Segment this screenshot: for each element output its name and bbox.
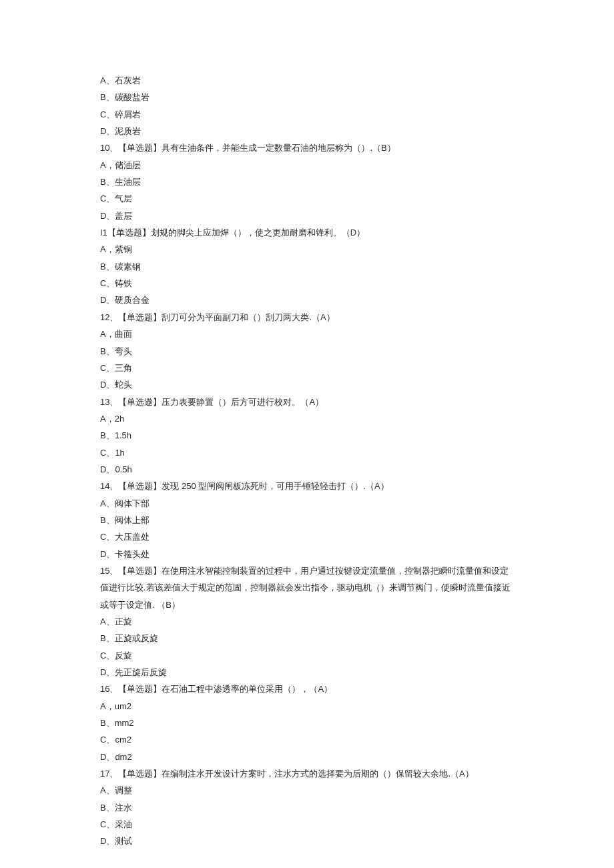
text-line: A，曲面	[100, 326, 514, 342]
text-line: C、三角	[100, 360, 514, 376]
text-line: A，紫铜	[100, 241, 514, 258]
text-line: D、泥质岩	[100, 123, 514, 139]
text-line: A，2h	[100, 410, 514, 427]
text-line: D、0.5h	[100, 461, 514, 478]
text-line: D、蛇头	[100, 376, 514, 393]
text-line: I1【单选题】划规的脚尖上应加焊（），使之更加耐磨和锋利。（D）	[100, 224, 514, 241]
text-line: D、测试	[100, 833, 514, 849]
text-line: B、弯头	[100, 343, 514, 360]
text-line: B、注水	[100, 799, 514, 816]
text-line: 12、【单选题】刮刀可分为平面副刀和（）刮刀两大类.（A）	[100, 309, 514, 326]
text-line: 14、【单选题】发现 250 型闸阀闸板冻死时，可用手锤轻轻击打（）.（A）	[100, 478, 514, 494]
text-line: C、铸铁	[100, 275, 514, 292]
text-line: D、硬质合金	[100, 292, 514, 308]
text-line: C、反旋	[100, 647, 514, 664]
text-line: B、mm2	[100, 715, 514, 731]
text-line: D、先正旋后反旋	[100, 664, 514, 681]
text-line: C、采油	[100, 816, 514, 833]
text-line: A、石灰岩	[100, 72, 514, 89]
text-line: D、dm2	[100, 749, 514, 765]
text-line: 10、【单选题】具有生油条件，并能生成一定数量石油的地层称为（）.（B）	[100, 139, 514, 156]
text-line: C、cm2	[100, 731, 514, 748]
document-body: A、石灰岩B、碳酸盐岩C、碎屑岩D、泥质岩10、【单选题】具有生油条件，并能生成…	[100, 72, 514, 850]
text-line: 13、【单选遨】压力表要静置（）后方可进行校对。（A）	[100, 394, 514, 410]
text-line: A、阀体下部	[100, 495, 514, 512]
text-line: B、阀体上部	[100, 512, 514, 528]
text-line: D、盖层	[100, 207, 514, 224]
text-line: 17、【单选题】在编制注水开发设计方案时，注水方式的选择要为后期的（）保留较大余…	[100, 765, 514, 782]
text-line: C、1h	[100, 444, 514, 461]
text-line: C、气层	[100, 190, 514, 207]
text-line: A、正旋	[100, 613, 514, 630]
text-line: D、卡箍头处	[100, 546, 514, 562]
text-line: B、正旋或反旋	[100, 630, 514, 646]
text-line: A，储油层	[100, 157, 514, 173]
text-line: C、碎屑岩	[100, 106, 514, 123]
text-line: 15、【单选题】在使用注水智能控制装置的过程中，用户通过按犍设定流量值，控制器把…	[100, 562, 514, 613]
text-line: B、碳酸盐岩	[100, 89, 514, 105]
text-line: C、大压盖处	[100, 528, 514, 545]
text-line: B、1.5h	[100, 427, 514, 444]
text-line: A、调整	[100, 782, 514, 799]
text-line: B、碳素钢	[100, 258, 514, 275]
text-line: B、生油层	[100, 173, 514, 190]
text-line: 16、【单选题】在石油工程中渗透率的单位采用（），（A）	[100, 681, 514, 697]
text-line: A，um2	[100, 698, 514, 715]
